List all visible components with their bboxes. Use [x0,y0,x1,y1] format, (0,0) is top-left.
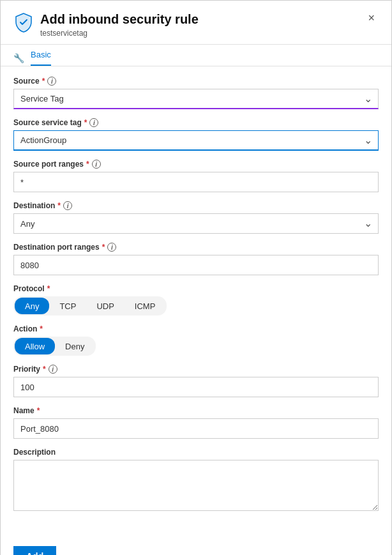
source-select-wrapper: Service Tag Any IP Addresses My IP addre… [13,89,379,109]
destination-select[interactable]: Any IP Addresses Service Tag Application… [13,213,379,234]
destination-info-icon[interactable]: i [63,201,72,210]
action-label: Action * [13,324,379,333]
source-info-icon[interactable]: i [47,77,56,86]
source-service-tag-label: Source service tag * i [13,118,379,127]
close-button[interactable]: × [364,11,379,25]
dialog: Add inbound security rule testservicetag… [0,0,392,555]
priority-group: Priority * i [13,365,379,397]
priority-label: Priority * i [13,365,379,374]
protocol-required-star: * [47,284,50,293]
source-port-ranges-info-icon[interactable]: i [92,160,101,169]
destination-port-ranges-group: Destination port ranges * i [13,243,379,275]
protocol-label: Protocol * [13,284,379,293]
source-service-tag-select[interactable]: ActionGroup ApiManagement AppService Azu… [13,130,379,151]
destination-port-ranges-label: Destination port ranges * i [13,243,379,252]
dialog-header-left: Add inbound security rule testservicetag [13,11,199,38]
source-group: Source * i Service Tag Any IP Addresses … [13,77,379,109]
protocol-btn-tcp[interactable]: TCP [49,298,86,314]
name-input[interactable] [13,418,379,439]
source-port-ranges-required-star: * [86,160,89,169]
action-group: Action * Allow Deny [13,324,379,356]
source-port-ranges-label: Source port ranges * i [13,160,379,169]
description-group: Description [13,448,379,513]
source-select[interactable]: Service Tag Any IP Addresses My IP addre… [13,89,379,109]
name-required-star: * [37,406,40,415]
description-label: Description [13,448,379,457]
name-group: Name * [13,406,379,439]
action-btn-allow[interactable]: Allow [15,338,55,354]
action-required-star: * [40,324,43,333]
dialog-subtitle: testservicetag [40,29,199,38]
destination-port-ranges-input[interactable] [13,255,379,275]
tab-basic[interactable]: Basic [31,50,51,66]
destination-required-star: * [57,201,61,210]
source-service-tag-select-wrapper: ActionGroup ApiManagement AppService Azu… [13,130,379,151]
shield-icon [13,12,34,33]
protocol-toggle-group: Any TCP UDP ICMP [13,296,167,316]
protocol-btn-udp[interactable]: UDP [86,298,124,314]
tab-icon-basic: 🔧 [13,53,24,63]
destination-port-ranges-required-star: * [102,243,105,252]
source-port-ranges-input[interactable] [13,172,379,192]
destination-label: Destination * i [13,201,379,210]
protocol-btn-icmp[interactable]: ICMP [124,298,166,314]
action-toggle-group: Allow Deny [13,337,96,356]
protocol-btn-any[interactable]: Any [15,298,49,314]
name-label: Name * [13,406,379,415]
dialog-title: Add inbound security rule [40,11,199,27]
source-service-tag-group: Source service tag * i ActionGroup ApiMa… [13,118,379,151]
destination-group: Destination * i Any IP Addresses Service… [13,201,379,234]
source-service-tag-info-icon[interactable]: i [89,118,98,127]
source-service-tag-required-star: * [84,118,87,127]
footer: Add [1,535,391,555]
protocol-group: Protocol * Any TCP UDP ICMP [13,284,379,316]
tabs-bar: 🔧 Basic [1,45,391,66]
action-btn-deny[interactable]: Deny [55,338,94,354]
dialog-header: Add inbound security rule testservicetag… [1,1,391,45]
source-port-ranges-group: Source port ranges * i [13,160,379,192]
source-label: Source * i [13,77,379,86]
destination-select-wrapper: Any IP Addresses Service Tag Application… [13,213,379,234]
title-block: Add inbound security rule testservicetag [40,11,199,38]
add-button[interactable]: Add [13,546,56,555]
priority-info-icon[interactable]: i [49,365,57,374]
source-required-star: * [42,77,45,86]
description-textarea[interactable] [13,460,379,511]
destination-port-ranges-info-icon[interactable]: i [107,243,116,252]
priority-required-star: * [43,365,46,374]
form-body: Source * i Service Tag Any IP Addresses … [1,66,391,535]
priority-input[interactable] [13,377,379,397]
